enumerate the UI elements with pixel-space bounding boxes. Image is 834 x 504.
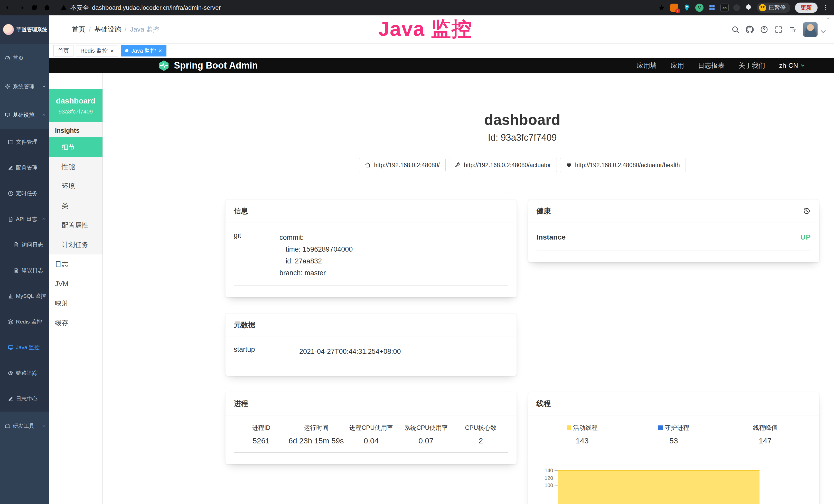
sidebar-item-scheduled-jobs[interactable]: 定时任务 <box>0 181 49 206</box>
process-table: 进程ID 5261 运行时间 6d 23h 15m 59s 进程CPU使用率 <box>234 417 508 453</box>
metadata-card-title: 元数据 <box>234 320 255 330</box>
sba-item-metrics[interactable]: 性能 <box>49 157 103 176</box>
sba-item-environment[interactable]: 环境 <box>49 176 103 196</box>
tab-redis-monitor[interactable]: Redis 监控 × <box>76 45 118 56</box>
sba-instance-header[interactable]: dashboard 93a3fc7f7409 <box>49 89 103 122</box>
process-col-uptime: 运行时间 6d 23h 15m 59s <box>288 423 344 445</box>
git-key: git <box>234 232 280 279</box>
github-icon[interactable] <box>746 25 754 33</box>
app-sidebar: 芋道管理系统 首页 系统管理 基础设施 文件管理 <box>0 16 49 504</box>
tab-home[interactable]: 首页 <box>53 45 73 56</box>
sba-brand[interactable]: Spring Boot Admin <box>158 60 258 71</box>
breadcrumb-home[interactable]: 首页 <box>72 25 85 34</box>
browser-back-icon[interactable] <box>5 4 12 12</box>
sidebar-item-error-logs[interactable]: 错误日志 <box>0 257 49 283</box>
browser-home-icon[interactable] <box>43 4 51 12</box>
chevron-down-icon <box>800 63 805 68</box>
tab-java-monitor[interactable]: Java 监控 × <box>121 45 167 56</box>
bookmark-star-icon[interactable] <box>658 4 665 12</box>
bar-chart-icon <box>8 293 14 299</box>
extension-icon-plugin[interactable] <box>745 4 752 12</box>
address-bar[interactable]: 不安全 dashboard.yudao.iocoder.cn/infra/adm… <box>60 4 653 12</box>
browser-forward-icon[interactable] <box>18 4 25 12</box>
breadcrumb-infrastructure[interactable]: 基础设施 <box>94 25 121 34</box>
sba-locale-select[interactable]: zh-CN <box>779 62 805 70</box>
hamburger-icon[interactable] <box>56 25 64 34</box>
help-icon[interactable] <box>760 25 768 33</box>
extension-icon-round[interactable] <box>733 4 740 11</box>
sba-header: Spring Boot Admin 应用墙 应用 日志报表 关于我们 zh-CN <box>49 58 834 73</box>
browser-menu-icon[interactable] <box>822 4 829 11</box>
close-icon[interactable]: × <box>110 48 114 54</box>
health-instance-label: Instance <box>536 233 566 241</box>
sba-item-classes[interactable]: 类 <box>49 196 103 215</box>
sidebar-item-infrastructure[interactable]: 基础设施 <box>0 101 49 129</box>
sba-nav-journal[interactable]: 日志报表 <box>698 61 725 70</box>
chevron-down-icon[interactable] <box>826 16 830 21</box>
live-threads-area-series <box>558 470 760 504</box>
search-icon[interactable] <box>731 25 740 33</box>
sidebar-item-api-logs[interactable]: API 日志 <box>0 206 49 232</box>
sidebar-item-mysql-monitor[interactable]: MySQL 监控 <box>0 283 49 309</box>
top-navbar: 首页 / 基础设施 / Java 监控 Java 监控 <box>49 16 834 44</box>
extension-icon-pin[interactable] <box>683 4 691 12</box>
actuator-url-link[interactable]: http://192.168.0.2:48080/actuator <box>449 158 557 172</box>
sba-nav-wallboard[interactable]: 应用墙 <box>637 61 657 70</box>
threads-legend: 活动线程 143 守护进程 53 线程峰值 14 <box>536 417 811 445</box>
breadcrumb-separator: / <box>89 25 91 33</box>
sba-nav-applications[interactable]: 应用 <box>671 61 684 70</box>
instance-url-link[interactable]: http://192.168.0.2:48080/ <box>359 158 446 172</box>
text-size-icon[interactable] <box>789 25 797 33</box>
extension-icon-switch[interactable]: on <box>721 4 729 12</box>
sidebar-menu: 首页 系统管理 基础设施 文件管理 配置管理 <box>0 44 49 440</box>
browser-chrome: 不安全 dashboard.yudao.iocoder.cn/infra/adm… <box>0 0 834 16</box>
clock-icon <box>8 190 14 197</box>
url-text[interactable]: dashboard.yudao.iocoder.cn/infra/admin-s… <box>92 4 221 11</box>
sidebar-item-access-logs[interactable]: 访问日志 <box>0 232 49 257</box>
sba-item-scheduled-tasks[interactable]: 计划任务 <box>49 235 103 254</box>
document-icon <box>8 216 14 222</box>
sba-title: Spring Boot Admin <box>174 60 258 71</box>
sidebar-item-java-monitor[interactable]: Java 监控 <box>0 335 49 360</box>
extension-icon-vue-devtools[interactable]: V <box>695 4 704 12</box>
sba-item-details[interactable]: 细节 <box>49 137 103 157</box>
chevron-down-icon <box>42 84 46 89</box>
edit-icon <box>8 165 14 171</box>
not-secure-warning-icon[interactable] <box>60 4 67 11</box>
extension-icon-grid[interactable] <box>708 4 716 12</box>
health-url-link[interactable]: http://192.168.0.2:48080/actuator/health <box>560 158 686 172</box>
page-title: dashboard <box>225 111 819 128</box>
close-icon[interactable]: × <box>158 48 162 54</box>
extension-icon-orange[interactable]: 1 <box>670 4 678 12</box>
sba-nav-about[interactable]: 关于我们 <box>739 61 765 70</box>
browser-update-button[interactable]: 更新 <box>795 3 817 13</box>
chevron-down-icon <box>819 27 827 36</box>
sba-item-config-props[interactable]: 配置属性 <box>49 215 103 235</box>
sidebar-item-config-management[interactable]: 配置管理 <box>0 155 49 181</box>
sidebar-item-redis-monitor[interactable]: Redis 监控 <box>0 309 49 335</box>
sba-sidebar: dashboard 93a3fc7f7409 Insights 细节 性能 环境… <box>49 73 103 504</box>
profile-avatar-icon <box>759 4 766 11</box>
breadcrumb-current: Java 监控 <box>130 25 159 34</box>
heart-icon <box>566 162 572 168</box>
sidebar-item-log-center[interactable]: 日志中心 <box>0 386 49 412</box>
fullscreen-icon[interactable] <box>774 25 783 33</box>
user-avatar[interactable] <box>803 22 827 37</box>
sidebar-item-file-management[interactable]: 文件管理 <box>0 129 49 155</box>
sba-item-jvm[interactable]: JVM <box>49 274 103 294</box>
legend-square-yellow <box>567 426 571 430</box>
browser-reload-icon[interactable] <box>30 4 38 12</box>
sidebar-item-dev-tools[interactable]: 研发工具 <box>0 412 49 440</box>
sidebar-logo[interactable]: 芋道管理系统 <box>0 16 49 44</box>
history-refresh-icon[interactable] <box>803 207 811 215</box>
threads-card: 线程 活动线程 143 守护进程 <box>528 392 820 504</box>
process-col-pid: 进程ID 5261 <box>234 423 288 445</box>
sidebar-item-tracing[interactable]: 链路追踪 <box>0 360 49 386</box>
sba-item-mappings[interactable]: 映射 <box>49 294 103 313</box>
sidebar-item-system[interactable]: 系统管理 <box>0 72 49 101</box>
profile-paused-chip[interactable]: 已暂停 <box>757 3 790 13</box>
sba-item-logs[interactable]: 日志 <box>49 254 103 274</box>
sidebar-item-home[interactable]: 首页 <box>0 44 49 72</box>
sba-item-caches[interactable]: 缓存 <box>49 313 103 333</box>
chevron-up-icon <box>42 113 46 117</box>
